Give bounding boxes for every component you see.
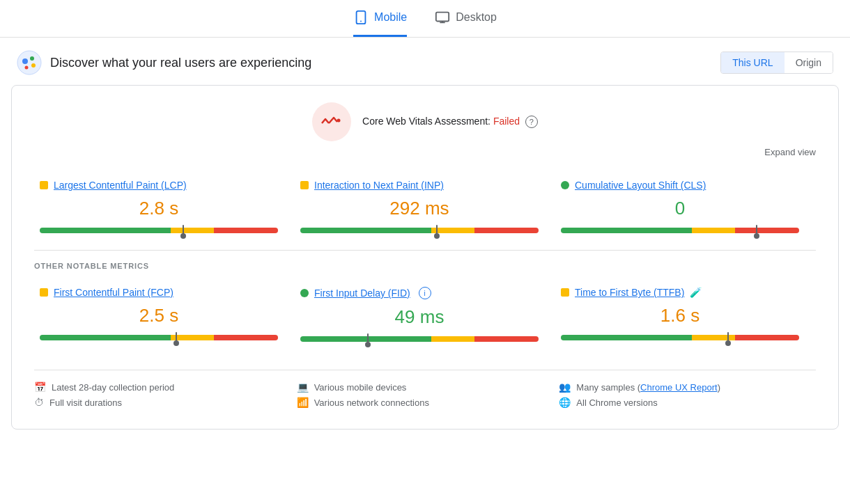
metric-cell-inp: Interaction to Next Paint (INP) 292 ms (295, 168, 555, 244)
ttfb-name[interactable]: Time to First Byte (TTFB) (575, 287, 684, 298)
failed-icon (320, 113, 343, 130)
tab-desktop[interactable]: Desktop (435, 10, 497, 37)
crux-icon (17, 50, 42, 75)
metric-label-cls: Cumulative Layout Shift (CLS) (561, 180, 799, 191)
footer-item-3-2: 🌐 All Chrome versions (559, 397, 816, 408)
other-metrics-grid: First Contentful Paint (FCP) 2.5 s First… (34, 276, 816, 353)
metric-cell-cls: Cumulative Layout Shift (CLS) 0 (555, 168, 816, 244)
ttfb-value: 1.6 s (561, 305, 799, 326)
footer-icon-1-2: ⏱ (34, 397, 44, 408)
expand-view-button[interactable]: Expand view (34, 147, 816, 157)
progress-marker (183, 225, 184, 236)
inp-name[interactable]: Interaction to Next Paint (INP) (314, 180, 444, 191)
svg-point-6 (22, 58, 28, 64)
footer-item-2-1: 💻 Various mobile devices (297, 381, 554, 393)
progress-bar (300, 336, 539, 342)
fid-name[interactable]: First Input Delay (FID) (314, 288, 410, 299)
metric-label-fid: First Input Delay (FID) i (300, 287, 539, 299)
progress-bar (561, 335, 799, 340)
section-header: Discover what your real users are experi… (0, 38, 850, 85)
inp-dot (300, 181, 309, 189)
svg-point-7 (30, 56, 34, 61)
lcp-value: 2.8 s (40, 198, 278, 219)
svg-rect-2 (436, 13, 449, 22)
section-title: Discover what your real users are experi… (50, 56, 311, 70)
fid-value: 49 ms (300, 306, 539, 328)
metric-label-inp: Interaction to Next Paint (INP) (300, 180, 539, 191)
fid-info-icon[interactable]: i (419, 287, 431, 299)
tab-bar: Mobile Desktop (0, 0, 850, 38)
footer-item-3-1: 👥 Many samples (Chrome UX Report) (559, 381, 816, 393)
footer: 📅 Latest 28-day collection period ⏱ Full… (34, 370, 816, 412)
cls-value: 0 (561, 198, 799, 219)
other-metrics-label: OTHER NOTABLE METRICS (34, 262, 816, 270)
ttfb-beaker-icon: 🧪 (690, 287, 702, 298)
svg-point-1 (360, 21, 362, 22)
footer-icon-1-1: 📅 (34, 381, 46, 393)
chrome-ux-link[interactable]: Chrome UX Report (640, 382, 718, 393)
desktop-icon (435, 10, 450, 25)
this-url-button[interactable]: This URL (721, 52, 784, 73)
fid-dot (300, 289, 309, 297)
lcp-dot (40, 181, 48, 189)
progress-bar (40, 335, 278, 340)
origin-button[interactable]: Origin (785, 52, 833, 73)
footer-icon-2-2: 📶 (297, 397, 309, 408)
assessment-status: Failed (493, 116, 520, 127)
metric-label-lcp: Largest Contentful Paint (LCP) (40, 180, 278, 191)
progress-marker (367, 333, 369, 345)
svg-point-8 (31, 63, 36, 68)
svg-point-5 (17, 51, 41, 74)
assessment-title: Core Web Vitals Assessment: (362, 116, 490, 127)
progress-bar (300, 228, 539, 233)
footer-item-1-1: 📅 Latest 28-day collection period (34, 381, 291, 393)
mobile-icon (353, 10, 369, 25)
footer-col-2: 💻 Various mobile devices 📶 Various netwo… (297, 381, 554, 412)
core-metrics-grid: Largest Contentful Paint (LCP) 2.8 s Int… (34, 168, 816, 244)
footer-col-3: 👥 Many samples (Chrome UX Report) 🌐 All … (559, 381, 816, 412)
footer-item-2-2: 📶 Various network connections (297, 397, 554, 408)
progress-marker (436, 225, 438, 236)
assessment-info-icon[interactable]: ? (525, 116, 538, 128)
fcp-name[interactable]: First Contentful Paint (FCP) (54, 287, 173, 298)
footer-item-1-2: ⏱ Full visit durations (34, 397, 291, 408)
footer-col-1: 📅 Latest 28-day collection period ⏱ Full… (34, 381, 291, 412)
cls-dot (561, 181, 569, 189)
assessment-icon (312, 102, 351, 141)
ttfb-dot (561, 288, 569, 297)
metric-label-ttfb: Time to First Byte (TTFB) 🧪 (561, 287, 799, 298)
metric-cell-ttfb: Time to First Byte (TTFB) 🧪 1.6 s (555, 276, 816, 353)
fcp-dot (40, 288, 48, 297)
footer-icon-3-1: 👥 (559, 381, 571, 393)
metric-label-fcp: First Contentful Paint (FCP) (40, 287, 278, 298)
inp-value: 292 ms (300, 198, 539, 219)
cls-name[interactable]: Cumulative Layout Shift (CLS) (575, 180, 706, 191)
tab-desktop-label: Desktop (456, 11, 497, 24)
tab-mobile-label: Mobile (374, 11, 407, 24)
progress-bar (40, 228, 278, 233)
metric-cell-fcp: First Contentful Paint (FCP) 2.5 s (34, 276, 295, 353)
footer-icon-3-2: 🌐 (559, 397, 571, 408)
header-left: Discover what your real users are experi… (17, 50, 311, 75)
fcp-value: 2.5 s (40, 305, 278, 326)
metric-cell-lcp: Largest Contentful Paint (LCP) 2.8 s (34, 168, 295, 244)
svg-point-10 (337, 119, 341, 123)
svg-point-9 (25, 66, 29, 70)
tab-mobile[interactable]: Mobile (353, 10, 407, 37)
url-toggle: This URL Origin (720, 52, 833, 74)
progress-marker (176, 332, 177, 343)
metric-cell-fid: First Input Delay (FID) i 49 ms (295, 276, 555, 353)
metrics-divider (34, 250, 816, 251)
progress-bar (561, 228, 799, 233)
lcp-name[interactable]: Largest Contentful Paint (LCP) (54, 180, 187, 191)
assessment-title-group: Core Web Vitals Assessment: Failed ? (362, 116, 538, 128)
footer-icon-2-1: 💻 (297, 381, 309, 393)
main-card: Core Web Vitals Assessment: Failed ? Exp… (11, 85, 839, 430)
assessment-header: Core Web Vitals Assessment: Failed ? (34, 102, 816, 141)
